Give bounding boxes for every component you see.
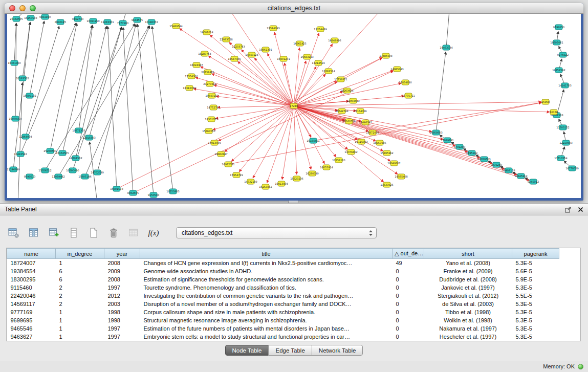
graph-node[interactable]: 14702039: [91, 170, 103, 175]
cell-title[interactable]: Genome-wide association studies in ADHD.: [140, 267, 393, 275]
cell-pagerank[interactable]: 5.3E-5: [512, 308, 559, 316]
cell-out_degree[interactable]: 0: [393, 292, 424, 300]
tab-edge-table[interactable]: Edge Table: [268, 345, 312, 356]
graph-node[interactable]: 14752712: [207, 105, 220, 110]
graph-node[interactable]: 14732189: [244, 179, 257, 184]
cell-title[interactable]: Changes of HCN gene expression and I(f) …: [140, 259, 393, 268]
graph-node[interactable]: 10493522: [14, 151, 27, 157]
cell-short[interactable]: Wolkin et al. (1998): [424, 316, 512, 324]
graph-node[interactable]: 16854830: [399, 80, 411, 85]
window-titlebar[interactable]: citations_edges.txt: [5, 3, 583, 14]
function-builder-button[interactable]: f(x): [147, 226, 160, 239]
cell-short[interactable]: Nakamura et al. (1997): [424, 324, 512, 333]
graph-node[interactable]: 21277811: [203, 81, 216, 86]
cell-year[interactable]: 1998: [104, 308, 140, 316]
cell-in_degree[interactable]: 1: [56, 259, 104, 268]
graph-node[interactable]: 15958: [541, 99, 550, 104]
cell-pagerank[interactable]: 5.3E-5: [512, 316, 559, 324]
table-row[interactable]: 977716911998Corpus callosum shape and si…: [7, 308, 559, 316]
graph-node[interactable]: 25260503: [43, 148, 56, 154]
graph-node[interactable]: 19862847: [214, 151, 227, 157]
graph-node[interactable]: 16150503: [24, 15, 37, 20]
cell-pagerank[interactable]: 5.3E-5: [512, 283, 559, 292]
graph-node[interactable]: 16164356: [354, 108, 366, 114]
graph-node[interactable]: 19463734: [440, 45, 452, 50]
cell-in_degree[interactable]: 1: [56, 308, 104, 316]
float-panel-icon[interactable]: [565, 206, 572, 213]
column-header-out_degree[interactable]: △ out_de…: [393, 249, 424, 259]
graph-node[interactable]: 22083728: [220, 37, 232, 42]
table-row[interactable]: 946554611997Estimation of the future num…: [7, 324, 559, 333]
cell-title[interactable]: Embryonic stem cells: a model to study s…: [140, 333, 393, 341]
graph-node[interactable]: 19013904: [275, 181, 288, 186]
graph-node[interactable]: 15820236: [290, 176, 303, 181]
graph-node[interactable]: 18605061: [550, 40, 563, 45]
cell-name[interactable]: 9465546: [7, 324, 56, 333]
graph-node[interactable]: 12915503: [82, 135, 95, 140]
cell-short[interactable]: Hescheler et al. (1997): [424, 333, 512, 341]
graph-node[interactable]: 10642748: [335, 108, 348, 114]
cell-out_degree[interactable]: 0: [393, 324, 424, 333]
cell-year[interactable]: 2008: [104, 259, 140, 268]
cell-short[interactable]: Tibbo et al. (1998): [424, 308, 512, 316]
cell-in_degree[interactable]: 1: [56, 333, 104, 341]
graph-node[interactable]: 15489544: [169, 24, 182, 29]
cell-year[interactable]: 2003: [104, 300, 140, 308]
table-row[interactable]: 2242004622012Investigating the contribut…: [7, 292, 559, 300]
table-row[interactable]: 1830029562008Estimation of significance …: [7, 275, 559, 283]
close-panel-icon[interactable]: [578, 207, 583, 212]
graph-node[interactable]: 18547476: [228, 56, 241, 61]
show-columns-button[interactable]: [27, 226, 40, 239]
table-row[interactable]: 1872400712008Changes of HCN gene express…: [7, 259, 559, 268]
graph-node[interactable]: 19565408: [395, 174, 407, 179]
attribute-table[interactable]: namein_degreeyeartitle△ out_de…shortpage…: [6, 248, 581, 341]
graph-node[interactable]: 15367055: [202, 128, 215, 134]
graph-node[interactable]: 18280754: [198, 51, 211, 56]
graph-node[interactable]: 16002014: [200, 30, 213, 35]
graph-node[interactable]: 20162505: [10, 16, 23, 21]
add-column-button[interactable]: [47, 226, 60, 239]
graph-node[interactable]: 11246890: [7, 167, 20, 172]
graph-node[interactable]: 17954729: [230, 172, 243, 178]
cell-pagerank[interactable]: 5.3E-5: [512, 324, 559, 333]
graph-node[interactable]: 16280330: [306, 171, 318, 176]
graph-node[interactable]: 10408103: [502, 168, 515, 173]
graph-node[interactable]: 16351950: [8, 60, 20, 65]
cell-year[interactable]: 1997: [104, 283, 140, 292]
cell-out_degree[interactable]: 0: [393, 283, 424, 292]
graph-node[interactable]: 11076862: [344, 149, 357, 155]
graph-node[interactable]: 9275922: [557, 52, 569, 57]
graph-node[interactable]: 9634505: [132, 17, 143, 23]
graph-node[interactable]: 16959503: [429, 130, 442, 135]
graph-node[interactable]: 16948996: [328, 38, 341, 43]
graph-node[interactable]: 17240: [290, 103, 298, 108]
graph-node[interactable]: 16059503: [477, 157, 490, 162]
graph-node[interactable]: 16252592: [552, 68, 565, 73]
cell-in_degree[interactable]: 2: [56, 283, 104, 292]
cell-in_degree[interactable]: 2: [56, 292, 104, 300]
cell-in_degree[interactable]: 2: [56, 300, 104, 308]
graph-node[interactable]: 10253905: [166, 189, 179, 194]
graph-node[interactable]: 20163505: [16, 76, 29, 81]
close-window-button[interactable]: [9, 5, 15, 11]
graph-node[interactable]: 10391250: [86, 18, 99, 24]
cell-in_degree[interactable]: 6: [56, 267, 104, 275]
cell-name[interactable]: 9699695: [7, 316, 56, 324]
table-row[interactable]: 911546021997Tourette syndrome. Phenomeno…: [7, 283, 559, 292]
minimize-window-button[interactable]: [19, 5, 26, 11]
cell-pagerank[interactable]: 5.9E-5: [512, 275, 559, 283]
cell-year[interactable]: 1997: [104, 333, 140, 341]
graph-node[interactable]: 16501502: [69, 156, 82, 161]
graph-node[interactable]: 17919291: [441, 138, 453, 143]
graph-node[interactable]: 16932331: [222, 162, 234, 167]
graph-node[interactable]: 9861990: [39, 14, 51, 19]
graph-node[interactable]: 18301273: [205, 117, 217, 122]
graph-node[interactable]: 16263842: [259, 184, 272, 189]
cell-year[interactable]: 1997: [104, 324, 140, 333]
cell-pagerank[interactable]: 5.6E-5: [512, 267, 559, 275]
graph-node[interactable]: 14643124: [245, 52, 258, 57]
graph-node[interactable]: 11503152: [556, 125, 569, 130]
cell-out_degree[interactable]: 0: [393, 308, 424, 316]
graph-node[interactable]: 13214519: [312, 60, 324, 65]
cell-title[interactable]: Structural magnetic resonance image aver…: [140, 316, 393, 324]
